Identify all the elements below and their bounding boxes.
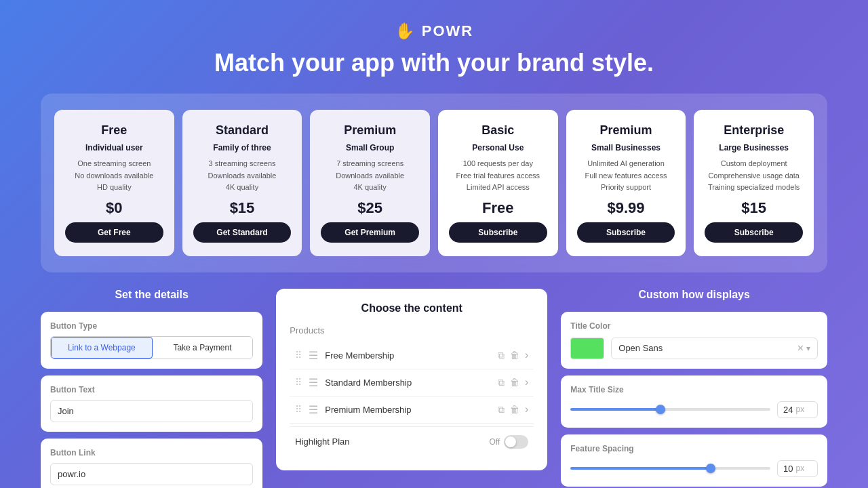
feature-spacing-value-box: 10 px xyxy=(777,460,818,477)
link-to-webpage-button[interactable]: Link to a Webpage xyxy=(51,337,153,359)
products-header: Products xyxy=(290,325,534,336)
card-subtitle: Small Businesses xyxy=(591,143,660,152)
product-actions: ⧉ 🗑 › xyxy=(498,376,528,388)
expand-button[interactable]: › xyxy=(525,349,528,361)
pricing-card-enterprise: Enterprise Large Businesses Custom deplo… xyxy=(694,110,814,256)
card-title: Premium xyxy=(599,123,652,138)
card-title: Standard xyxy=(216,123,269,138)
button-type-row: Link to a Webpage Take a Payment xyxy=(50,336,253,359)
card-button[interactable]: Get Standard xyxy=(193,222,292,243)
card-price: $25 xyxy=(357,199,382,217)
max-title-size-value: 24 xyxy=(783,405,793,415)
title-color-group: Title Color Open Sans × ▾ xyxy=(561,312,827,369)
delete-button[interactable]: 🗑 xyxy=(510,404,519,415)
left-panel: Set the details Button Type Link to a We… xyxy=(41,289,262,488)
card-title: Enterprise xyxy=(724,123,784,138)
max-title-size-value-box: 24 px xyxy=(777,401,818,418)
feature-spacing-slider-row: 10 px xyxy=(570,460,818,477)
product-name: Premium Membership xyxy=(325,405,491,415)
copy-button[interactable]: ⧉ xyxy=(498,377,505,388)
font-selector[interactable]: Open Sans × ▾ xyxy=(611,338,818,359)
take-payment-button[interactable]: Take a Payment xyxy=(153,337,253,359)
card-features: 7 streaming screensDownloads available4K… xyxy=(336,158,404,194)
drag-handle-icon[interactable]: ⠿ xyxy=(295,377,302,388)
card-button[interactable]: Subscribe xyxy=(705,222,803,243)
card-subtitle: Small Group xyxy=(346,143,394,152)
card-features: Custom deploymentComprehensive usage dat… xyxy=(708,158,800,194)
card-price: $15 xyxy=(230,199,255,217)
feature-spacing-value: 10 xyxy=(783,464,793,474)
card-price: Free xyxy=(482,199,513,217)
logo-text: POWR xyxy=(422,22,473,40)
pricing-card-free: Free Individual user One streaming scree… xyxy=(54,110,174,256)
max-title-size-group: Max Title Size 24 px xyxy=(561,375,827,428)
button-text-label: Button Text xyxy=(50,385,253,394)
feature-spacing-label: Feature Spacing xyxy=(570,444,818,453)
list-item: ⠿ ☰ Premium Membership ⧉ 🗑 › xyxy=(290,396,534,424)
card-price: $9.99 xyxy=(607,199,644,217)
pricing-card-premium2: Premium Small Businesses Unlimited AI ge… xyxy=(566,110,686,256)
card-price: $15 xyxy=(741,199,766,217)
card-title: Premium xyxy=(344,123,396,138)
card-button[interactable]: Get Premium xyxy=(321,222,419,243)
list-item: ⠿ ☰ Standard Membership ⧉ 🗑 › xyxy=(290,369,534,396)
pricing-card-premium: Premium Small Group 7 streaming screensD… xyxy=(310,110,430,256)
highlight-plan-toggle[interactable] xyxy=(504,435,528,449)
card-subtitle: Family of three xyxy=(213,143,271,152)
button-link-input[interactable] xyxy=(50,463,253,485)
max-title-size-slider[interactable] xyxy=(570,408,770,411)
copy-button[interactable]: ⧉ xyxy=(498,404,505,415)
drag-handle-icon[interactable]: ⠿ xyxy=(295,404,302,415)
toggle-container: Off xyxy=(489,435,528,449)
chevron-down-icon: ▾ xyxy=(806,344,810,353)
card-features: 100 requests per dayFree trial features … xyxy=(456,158,540,194)
button-link-group: Button Link xyxy=(41,439,262,488)
color-swatch[interactable] xyxy=(570,338,604,359)
logo: ✋ POWR xyxy=(0,22,868,41)
right-panel: Custom how displays Title Color Open San… xyxy=(561,289,827,488)
card-subtitle: Individual user xyxy=(85,143,143,152)
feature-spacing-slider[interactable] xyxy=(570,467,770,470)
pricing-card-basic: Basic Personal Use 100 requests per dayF… xyxy=(438,110,558,256)
list-icon: ☰ xyxy=(309,349,318,362)
slider-thumb[interactable] xyxy=(706,464,715,473)
card-button[interactable]: Subscribe xyxy=(577,222,675,243)
button-text-group: Button Text xyxy=(41,375,262,432)
delete-button[interactable]: 🗑 xyxy=(510,350,519,361)
middle-panel-title: Choose the content xyxy=(290,302,534,314)
feature-spacing-group: Feature Spacing 10 px xyxy=(561,434,827,487)
button-type-label: Button Type xyxy=(50,321,253,331)
font-select-text: Open Sans xyxy=(618,343,797,353)
expand-button[interactable]: › xyxy=(525,376,528,388)
card-features: One streaming screenNo downloads availab… xyxy=(75,158,153,194)
card-features: Unlimited AI generationFull new features… xyxy=(585,158,667,194)
expand-button[interactable]: › xyxy=(525,403,528,415)
toggle-off-label: Off xyxy=(489,437,500,447)
header: ✋ POWR Match your app with your brand st… xyxy=(0,0,868,94)
right-panel-title: Custom how displays xyxy=(561,289,827,301)
bottom-section: Set the details Button Type Link to a We… xyxy=(41,289,827,488)
card-features: 3 streaming screensDownloads available4K… xyxy=(208,158,277,194)
button-text-input[interactable] xyxy=(50,400,253,422)
copy-button[interactable]: ⧉ xyxy=(498,350,505,361)
list-icon: ☰ xyxy=(309,403,318,416)
button-type-group: Button Type Link to a Webpage Take a Pay… xyxy=(41,312,262,369)
delete-button[interactable]: 🗑 xyxy=(510,377,519,388)
card-button[interactable]: Subscribe xyxy=(449,222,547,243)
slider-thumb[interactable] xyxy=(656,405,665,414)
font-clear-icon[interactable]: × xyxy=(797,342,804,354)
card-button[interactable]: Get Free xyxy=(65,222,163,243)
left-panel-title: Set the details xyxy=(41,289,262,301)
product-actions: ⧉ 🗑 › xyxy=(498,349,528,361)
button-link-label: Button Link xyxy=(50,448,253,458)
max-title-size-label: Max Title Size xyxy=(570,385,818,394)
card-title: Basic xyxy=(481,123,514,138)
highlight-plan-row: Highlight Plan Off xyxy=(290,426,534,457)
feature-spacing-unit: px xyxy=(795,464,804,473)
product-name: Free Membership xyxy=(325,350,491,361)
pricing-card-standard: Standard Family of three 3 streaming scr… xyxy=(182,110,302,256)
drag-handle-icon[interactable]: ⠿ xyxy=(295,350,302,361)
pricing-cards-section: Free Individual user One streaming scree… xyxy=(41,94,827,272)
max-title-size-unit: px xyxy=(795,405,804,414)
card-subtitle: Personal Use xyxy=(472,143,524,152)
